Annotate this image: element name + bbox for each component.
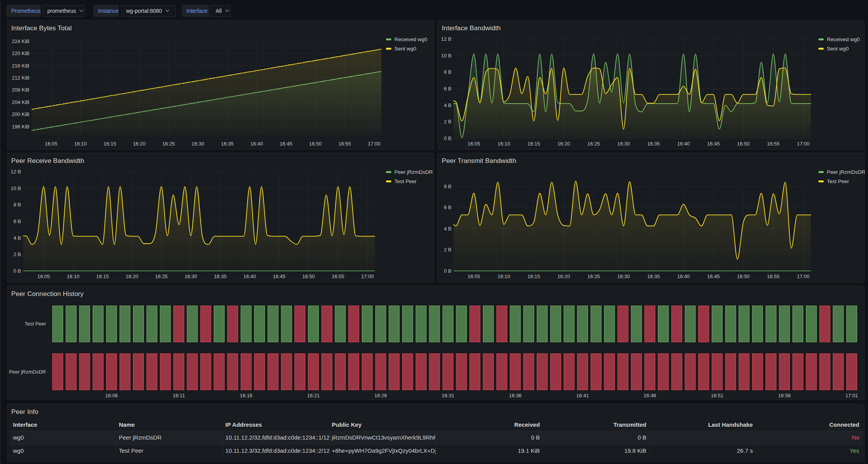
svg-text:4 B: 4 B (13, 235, 21, 241)
svg-text:16:10: 16:10 (67, 274, 80, 279)
svg-text:16:45: 16:45 (707, 274, 720, 279)
svg-text:6 B: 6 B (13, 218, 21, 224)
svg-text:196 KiB: 196 KiB (12, 124, 29, 130)
svg-text:16:40: 16:40 (243, 274, 256, 279)
svg-text:16:40: 16:40 (677, 141, 690, 147)
svg-text:17:01: 17:01 (845, 393, 858, 398)
svg-text:16:45: 16:45 (707, 141, 720, 147)
svg-text:16:10: 16:10 (497, 141, 510, 147)
svg-text:0 B: 0 B (444, 268, 451, 274)
svg-text:16:16: 16:16 (240, 393, 252, 398)
svg-text:16:20: 16:20 (125, 274, 138, 279)
svg-text:16:50: 16:50 (737, 274, 750, 279)
svg-text:16:10: 16:10 (74, 141, 87, 147)
svg-text:17:00: 17:00 (797, 141, 809, 147)
svg-text:16:11: 16:11 (173, 393, 185, 398)
svg-text:16:31: 16:31 (441, 393, 454, 398)
svg-text:212 KiB: 212 KiB (12, 75, 29, 81)
svg-text:208 KiB: 208 KiB (12, 87, 29, 93)
svg-text:16:50: 16:50 (302, 274, 315, 279)
svg-text:6 B: 6 B (444, 204, 451, 210)
svg-text:16:05: 16:05 (45, 141, 57, 147)
svg-text:16:30: 16:30 (192, 141, 204, 147)
svg-text:16:35: 16:35 (647, 274, 660, 279)
svg-text:16:15: 16:15 (527, 274, 540, 279)
svg-text:16:40: 16:40 (677, 274, 690, 279)
svg-text:16:45: 16:45 (273, 274, 285, 279)
svg-text:16:15: 16:15 (527, 141, 540, 147)
svg-text:16:05: 16:05 (467, 141, 480, 147)
svg-text:16:41: 16:41 (576, 393, 589, 398)
svg-text:16:25: 16:25 (587, 274, 600, 279)
svg-text:10 B: 10 B (441, 53, 451, 59)
svg-text:12 B: 12 B (441, 36, 451, 42)
svg-text:204 KiB: 204 KiB (12, 99, 29, 105)
svg-text:16:20: 16:20 (557, 274, 570, 279)
svg-text:16:30: 16:30 (617, 141, 630, 147)
svg-text:16:51: 16:51 (711, 393, 723, 398)
svg-text:16:56: 16:56 (778, 393, 791, 398)
svg-text:200 KiB: 200 KiB (12, 111, 29, 117)
svg-text:16:35: 16:35 (214, 274, 227, 279)
svg-text:16:55: 16:55 (767, 274, 780, 279)
svg-text:8 B: 8 B (444, 69, 451, 75)
svg-text:16:45: 16:45 (280, 141, 292, 147)
svg-text:16:50: 16:50 (309, 141, 322, 147)
svg-text:216 KiB: 216 KiB (12, 63, 29, 69)
svg-text:0 B: 0 B (13, 268, 21, 274)
svg-text:10 B: 10 B (10, 185, 21, 191)
svg-text:16:25: 16:25 (587, 141, 600, 147)
svg-text:0 B: 0 B (444, 135, 451, 141)
svg-text:Peer jRzmDsDR: Peer jRzmDsDR (9, 369, 46, 374)
svg-text:17:00: 17:00 (797, 274, 809, 279)
svg-text:4 B: 4 B (444, 226, 451, 232)
svg-text:16:15: 16:15 (96, 274, 109, 279)
svg-text:16:05: 16:05 (467, 274, 480, 279)
svg-text:16:50: 16:50 (737, 141, 750, 147)
svg-text:17:00: 17:00 (368, 141, 380, 147)
svg-text:6 B: 6 B (444, 86, 451, 92)
svg-text:2 B: 2 B (444, 247, 451, 253)
svg-text:16:20: 16:20 (557, 141, 570, 147)
svg-text:16:20: 16:20 (133, 141, 145, 147)
svg-text:16:55: 16:55 (767, 141, 780, 147)
svg-text:4 B: 4 B (444, 102, 451, 108)
svg-text:16:30: 16:30 (617, 274, 630, 279)
svg-text:16:36: 16:36 (509, 393, 522, 398)
svg-text:16:35: 16:35 (221, 141, 233, 147)
svg-text:17:00: 17:00 (361, 274, 374, 279)
svg-text:16:35: 16:35 (647, 141, 660, 147)
svg-text:16:05: 16:05 (37, 274, 50, 279)
svg-text:Test Peer: Test Peer (24, 321, 46, 327)
svg-text:2 B: 2 B (13, 251, 21, 257)
svg-text:8 B: 8 B (13, 202, 21, 208)
svg-text:16:10: 16:10 (497, 274, 510, 279)
svg-text:16:55: 16:55 (332, 274, 344, 279)
svg-text:2 B: 2 B (444, 119, 451, 125)
svg-text:16:15: 16:15 (103, 141, 116, 147)
svg-text:16:21: 16:21 (307, 393, 320, 398)
svg-text:224 KiB: 224 KiB (12, 38, 29, 44)
svg-text:16:25: 16:25 (155, 274, 168, 279)
svg-text:16:46: 16:46 (643, 393, 656, 398)
svg-text:16:30: 16:30 (184, 274, 197, 279)
svg-text:8 B: 8 B (444, 184, 451, 189)
svg-text:16:25: 16:25 (162, 141, 175, 147)
svg-text:16:55: 16:55 (338, 141, 351, 147)
svg-text:12 B: 12 B (10, 169, 21, 175)
svg-text:16:06: 16:06 (105, 393, 118, 398)
svg-text:16:40: 16:40 (250, 141, 263, 147)
svg-text:220 KiB: 220 KiB (12, 50, 29, 56)
svg-text:16:26: 16:26 (374, 393, 387, 398)
